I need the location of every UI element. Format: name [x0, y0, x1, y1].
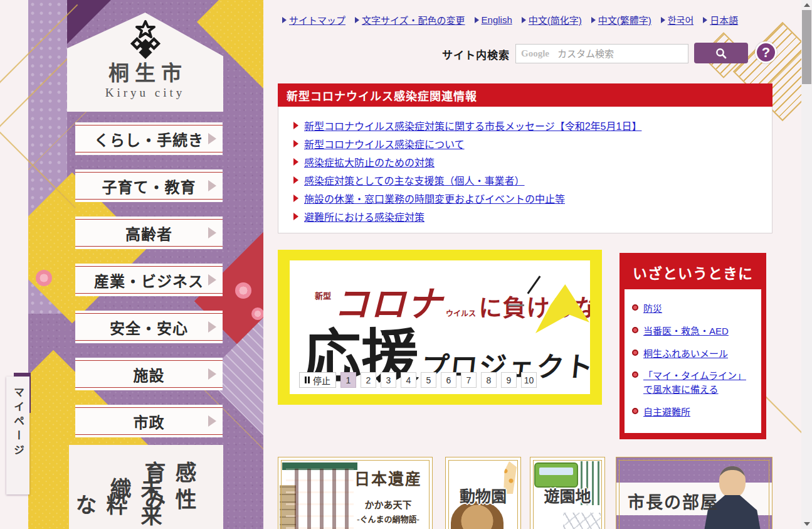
chevron-icon	[293, 158, 298, 166]
carousel-page-9[interactable]: 9	[501, 372, 517, 388]
carousel-slide-ouen-project[interactable]: 新型 コロナ ウイルス に負けるな! 応援 プロジェクト 停止 1 2 3 4 …	[290, 260, 590, 394]
mypage-label: マイページ	[10, 387, 26, 494]
nav-link-fontsize[interactable]: 文字サイズ・配色の変更	[362, 13, 465, 26]
covid-link-support[interactable]: 感染症対策としての主な支援策（個人・事業者）	[304, 173, 525, 188]
carousel-page-4[interactable]: 4	[401, 372, 416, 388]
nav-link-english[interactable]: English	[482, 14, 512, 25]
list-item: 新型コロナウイルス感染症対策に関する市長メッセージ【令和2年5月1日】	[293, 116, 766, 134]
emergency-title: いざというときに	[620, 253, 766, 283]
list-item: 施設の休業・窓口業務の時間変更およびイベントの中止等	[293, 189, 766, 207]
dash-decoration	[508, 304, 524, 306]
menu-item-shisetsu[interactable]: 施設	[75, 358, 223, 390]
list-item: 桐生ふれあいメール	[632, 347, 755, 361]
carousel-page-6[interactable]: 6	[441, 372, 456, 388]
arrow-right-icon	[208, 227, 216, 238]
city-name-english: Kiryu city	[67, 86, 223, 100]
nav-link-chinese-traditional[interactable]: 中文(繁體字)	[598, 13, 651, 26]
menu-label: 安全・安心	[110, 316, 188, 338]
banner-mayors-room[interactable]: 市長の部屋	[616, 457, 772, 529]
kiryu-city-homepage: { "topnav": { "links": [ { "label": "サイト…	[0, 0, 812, 529]
emergency-link-shelter[interactable]: 自主避難所	[643, 405, 690, 419]
mayor-head	[719, 466, 746, 498]
nav-link-chinese-simplified[interactable]: 中文(简化字)	[529, 13, 582, 26]
menu-item-kosodate[interactable]: 子育て・教育	[75, 169, 223, 202]
arrow-right-icon	[208, 321, 216, 333]
menu-label: 産業・ビジネス	[94, 269, 204, 291]
covid-title: 新型コロナウイルス感染症関連情報	[287, 87, 477, 104]
slogan-column: 粋な	[69, 494, 130, 529]
brick-building-photo	[286, 469, 354, 529]
carousel-page-10[interactable]: 10	[521, 372, 537, 388]
list-item: 新型コロナウイルス感染症について	[293, 134, 766, 152]
search-button[interactable]	[694, 43, 748, 63]
chevron-icon	[282, 17, 287, 23]
banner-zoo[interactable]: 動物園	[445, 457, 521, 529]
chevron-icon	[293, 213, 298, 220]
menu-item-sangyo[interactable]: 産業・ビジネス	[75, 264, 223, 296]
emergency-link-my-timeline[interactable]: 「マイ・タイムライン」で風水害に備える	[643, 369, 755, 397]
nav-link-sitemap[interactable]: サイトマップ	[289, 13, 345, 26]
banner-title: 市長の部屋	[628, 489, 719, 513]
scroll-up-button[interactable]	[801, 0, 812, 10]
arrow-right-icon	[208, 133, 216, 144]
banner-title: 遊園地	[530, 484, 604, 506]
chevron-icon	[293, 140, 298, 147]
bullet-icon	[632, 408, 638, 414]
mypage-tab[interactable]: マイページ	[6, 377, 29, 494]
carousel-stop-button[interactable]: 停止	[299, 372, 336, 388]
help-button[interactable]: ?	[755, 41, 777, 63]
menu-item-koureisha[interactable]: 高齢者	[75, 216, 223, 249]
covid-link-mayor-message[interactable]: 新型コロナウイルス感染症対策に関する市長メッセージ【令和2年5月1日】	[304, 118, 641, 133]
chevron-icon	[293, 122, 298, 129]
covid-header: 新型コロナウイルス感染症関連情報	[278, 83, 772, 107]
menu-item-kurashi[interactable]: くらし・手続き	[75, 122, 223, 155]
city-name: 桐生市	[67, 63, 223, 85]
carousel-page-2[interactable]: 2	[361, 372, 376, 388]
city-slogan-panel: 感性育み 未来織 粋な	[69, 445, 223, 529]
vertical-scrollbar[interactable]	[801, 0, 812, 529]
banner-japan-heritage[interactable]: 日本遺産 かかあ天下 -ぐんまの絹物語-	[278, 457, 433, 529]
chevron-icon	[661, 17, 665, 23]
carousel-page-1[interactable]: 1	[340, 372, 356, 388]
menu-label: 施設	[134, 363, 165, 385]
chevron-icon	[703, 17, 707, 23]
emergency-link-fureai-mail[interactable]: 桐生ふれあいメール	[643, 347, 728, 361]
covid-link-about[interactable]: 新型コロナウイルス感染症について	[304, 136, 465, 151]
list-item: 自主避難所	[632, 405, 755, 419]
carousel-page-3[interactable]: 3	[381, 372, 396, 388]
scroll-down-button[interactable]	[801, 519, 812, 529]
arrow-right-icon	[208, 180, 216, 191]
utility-nav: サイトマップ 文字サイズ・配色の変更 English 中文(简化字) 中文(繁體…	[282, 13, 778, 26]
covid-info-box: 新型コロナウイルス感染症関連情報 新型コロナウイルス感染症対策に関する市長メッセ…	[278, 83, 772, 233]
menu-label: くらし・手続き	[94, 128, 204, 150]
carousel-pager: 停止 1 2 3 4 5 6 7 8 9 10	[299, 372, 537, 388]
covid-link-list: 新型コロナウイルス感染症対策に関する市長メッセージ【令和2年5月1日】 新型コロ…	[278, 107, 772, 233]
banner-subtitle-2: -ぐんまの絹物語-	[351, 513, 426, 525]
covid-link-closures[interactable]: 施設の休業・窓口業務の時間変更およびイベントの中止等	[304, 191, 565, 206]
nav-link-korean[interactable]: 한국어	[668, 13, 693, 26]
list-item: 感染症拡大防止のための対策	[293, 152, 766, 171]
emergency-link-bousai[interactable]: 防災	[643, 302, 662, 316]
chevron-icon	[591, 17, 596, 23]
covid-link-shelters[interactable]: 避難所における感染症対策	[304, 209, 424, 224]
covid-link-prevention[interactable]: 感染症拡大防止のための対策	[304, 154, 435, 169]
banner-title: 日本遺産	[351, 466, 426, 489]
scrollbar-thumb[interactable]	[802, 10, 811, 84]
chevron-icon	[475, 17, 479, 23]
banner-title: 動物園	[446, 484, 520, 506]
search-input[interactable]	[515, 44, 688, 63]
nav-link-japanese[interactable]: 日本語	[710, 13, 738, 26]
carousel-page-5[interactable]: 5	[421, 372, 436, 388]
carousel-page-8[interactable]: 8	[481, 372, 497, 388]
menu-item-shisei[interactable]: 市政	[75, 405, 223, 437]
menu-label: 市政	[134, 410, 165, 432]
list-item: 防災	[632, 302, 755, 316]
list-item: 「マイ・タイムライン」で風水害に備える	[632, 369, 755, 397]
hero-carousel: 新型 コロナ ウイルス に負けるな! 応援 プロジェクト 停止 1 2 3 4 …	[278, 250, 602, 405]
pattern-flower	[36, 270, 52, 286]
menu-item-anzen[interactable]: 安全・安心	[75, 311, 223, 343]
bullet-icon	[632, 304, 638, 311]
carousel-page-7[interactable]: 7	[461, 372, 477, 388]
emergency-link-aed[interactable]: 当番医・救急・AED	[643, 324, 729, 338]
banner-amusement-park[interactable]: 遊園地	[530, 457, 605, 529]
